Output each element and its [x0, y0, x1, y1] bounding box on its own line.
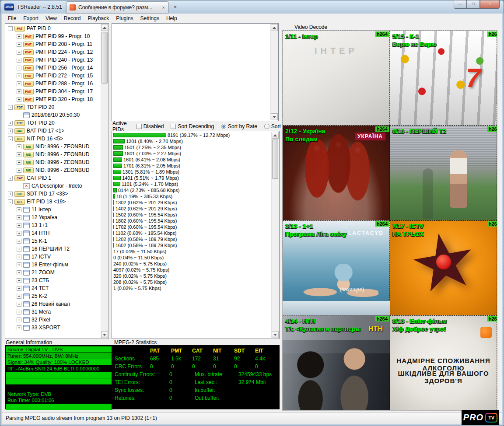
pid-row[interactable]: 8144 (2.73% ~ 885.68 Kbps) [113, 187, 270, 193]
scroll-down-button[interactable] [101, 331, 108, 338]
menu-playback[interactable]: Playback [84, 14, 113, 22]
maximize-button[interactable]: □ [467, 0, 480, 9]
tree-item[interactable]: +32 Pixel [6, 316, 100, 324]
pid-row[interactable]: 1501 (7.25% ~ 2.35 Mbps) [113, 144, 270, 150]
tree-expander-plus-icon[interactable]: + [17, 294, 21, 299]
pid-row[interactable]: 1702 (0.60% ~ 195.54 Kbps) [113, 224, 270, 230]
tree-item[interactable]: ×CA Descriptor - Irdeto [6, 182, 100, 190]
menu-plugins[interactable]: Plugins [112, 14, 136, 22]
pid-row[interactable]: 1601 (6.41% ~ 2.08 Mbps) [113, 157, 270, 163]
tree-item[interactable]: +15 K-1 [6, 237, 100, 245]
tree-expander-plus-icon[interactable]: + [17, 215, 21, 220]
pid-row[interactable]: 1701 (6.31% ~ 2.05 Mbps) [113, 163, 270, 169]
video-thumbnail[interactable]: 3/13 - 1+1Програма Ліга сміхуLACTACYD(за… [283, 220, 390, 315]
tree-item[interactable]: +PMTPMT PID 272 - Progr. 15 [6, 72, 100, 80]
tree-item[interactable]: +PMTPMT PID 304 - Progr. 17 [6, 87, 100, 95]
scroll-down-button[interactable] [272, 331, 279, 338]
tree-expander-plus-icon[interactable]: + [17, 66, 21, 70]
listbox-scrollbar[interactable] [270, 24, 278, 120]
tree-item[interactable]: +33 XSPORT [6, 324, 100, 332]
tree-expander-plus-icon[interactable]: + [17, 223, 21, 228]
tree-expander-plus-icon[interactable]: + [17, 286, 21, 291]
pid-row[interactable]: 1201 (8.40% ~ 2.70 Mbps) [113, 138, 270, 144]
tree-expander-plus-icon[interactable]: + [17, 247, 21, 251]
tree-expander-plus-icon[interactable]: + [17, 97, 21, 102]
tree-item[interactable]: +17 ICTV [6, 253, 100, 261]
tree-item[interactable]: +PMTPMT PID 240 - Progr. 13 [6, 56, 100, 64]
tree-item[interactable]: +NIDNID: 8996 - ZEONBUD [6, 150, 100, 158]
pid-row[interactable]: 1301 (5.81% ~ 1.89 Mbps) [113, 169, 270, 175]
tree-item[interactable]: +23 СТБ [6, 276, 100, 284]
video-thumbnail[interactable]: 4/14 - НТНТ/с <Кулагин и партнерыНТНh264 [283, 315, 390, 410]
tree-expander-plus-icon[interactable]: + [17, 302, 21, 307]
radio-icon[interactable] [264, 124, 270, 129]
tree-item[interactable]: +PMTPMT PID 208 - Progr. 11 [6, 40, 100, 48]
scrollbar-thumb[interactable] [102, 32, 108, 84]
tree-expander-plus-icon[interactable]: + [17, 278, 21, 283]
pid-row[interactable]: 1802 (0.60% ~ 195.54 Kbps) [113, 218, 270, 224]
tree-expander-plus-icon[interactable]: + [17, 81, 21, 86]
pid-row[interactable]: 1401 (5.51% ~ 1.79 Mbps) [113, 175, 270, 181]
scrollbar-track[interactable] [272, 139, 279, 331]
minimize-button[interactable]: — [454, 0, 467, 9]
tree-item[interactable]: -TDTTDT PID 20 [6, 103, 100, 111]
menu-export[interactable]: Export [20, 14, 42, 22]
tab-close-icon[interactable]: × [162, 5, 165, 10]
tree-item[interactable]: +PMTPMT PID 224 - Progr. 12 [6, 48, 100, 56]
pid-list[interactable]: 8191 (39.17% ~ 12.72 Mbps)1201 (8.40% ~ … [112, 131, 280, 339]
close-button[interactable]: × [480, 0, 500, 9]
titlebar[interactable]: DVB TSReader -- 2.8.51 Сообщение в форум… [0, 0, 504, 14]
tree-item[interactable]: +18 Enter-фільм [6, 261, 100, 269]
tree-item[interactable]: +NIDNID: 8996 - ZEONBUD [6, 158, 100, 166]
pid-row[interactable]: 1101 (5.24% ~ 1.70 Mbps) [113, 181, 270, 187]
tree-expander-plus-icon[interactable]: + [17, 50, 21, 55]
tree-expander-plus-icon[interactable]: + [17, 207, 21, 212]
tree-panel[interactable]: -PATPAT PID 0+PMTPMT PID 99 - Progr. 10+… [5, 23, 109, 339]
pid-row[interactable]: 4097 (0.02% ~ 5.75 Kbps) [113, 267, 270, 273]
pid-row[interactable]: 1202 (0.58% ~ 189.79 Kbps) [113, 236, 270, 242]
tree-item[interactable]: +21 ZOOM [6, 269, 100, 276]
tree-item[interactable]: +12 Україна [6, 213, 100, 221]
pid-row[interactable]: 1801 (7.00% ~ 2.27 Mbps) [113, 150, 270, 157]
tree-expander-plus-icon[interactable]: + [17, 89, 21, 94]
menu-record[interactable]: Record [60, 14, 84, 22]
tree-expander-plus-icon[interactable]: + [17, 310, 21, 314]
pid-row[interactable]: 1102 (0.60% ~ 195.54 Kbps) [113, 230, 270, 236]
background-browser-tab[interactable]: Сообщение в форуме? разм... × [66, 1, 168, 13]
pid-row[interactable]: 1602 (0.58% ~ 189.79 Kbps) [113, 242, 270, 248]
tree-item[interactable]: -NITNIT PID 16 <5> [6, 135, 100, 143]
pid-row[interactable]: 240 (0.02% ~ 5.75 Kbps) [113, 261, 270, 267]
tree-item[interactable]: 2018/08/10 20:50:30 [6, 111, 100, 119]
tree-item[interactable]: +NIDNID: 8996 - ZEONBUD [6, 166, 100, 174]
checkbox-icon[interactable] [171, 124, 176, 129]
video-thumbnail[interactable]: 5/15 - К-1Верю не Верю7h264 [390, 31, 497, 126]
tree-expander-minus-icon[interactable]: - [8, 105, 13, 110]
tree-expander-plus-icon[interactable]: + [8, 121, 13, 126]
pid-row[interactable]: 1402 (0.62% ~ 201.29 Kbps) [113, 206, 270, 212]
video-thumbnail[interactable]: 1/11 - ІнтерІНТЕРh264 [283, 31, 390, 126]
tree-item[interactable]: +13 1+1 [6, 221, 100, 229]
tree-expander-plus-icon[interactable]: + [17, 152, 21, 157]
video-thumbnail[interactable]: 6/16 - ПЕРШИЙ Т2h264 [390, 126, 497, 220]
pid-row[interactable]: 0 (0.04% ~ 11.50 Kbps) [113, 255, 270, 261]
tree-item[interactable]: +14 HTH [6, 229, 100, 237]
tree-expander-plus-icon[interactable]: + [17, 231, 21, 236]
tree-expander-plus-icon[interactable]: + [17, 270, 21, 275]
tree-expander-minus-icon[interactable]: - [8, 176, 13, 181]
scroll-down-button[interactable] [271, 113, 278, 120]
tree-item[interactable]: -PATPAT PID 0 [6, 24, 100, 32]
scrollbar-track[interactable] [271, 31, 278, 113]
tree-expander-plus-icon[interactable]: + [17, 325, 21, 330]
tree-expander-plus-icon[interactable]: + [8, 192, 13, 196]
pid-row[interactable]: 1302 (0.62% ~ 201.29 Kbps) [113, 199, 270, 206]
menu-view[interactable]: View [42, 14, 60, 22]
tree-item[interactable]: +PMTPMT PID 256 - Progr. 14 [6, 64, 100, 72]
tree-item[interactable]: +PMTPMT PID 99 - Progr. 10 [6, 32, 100, 40]
tree-item[interactable]: -EITEIT PID 18 <19> [6, 198, 100, 206]
tree-item[interactable]: +PMTPMT PID 320 - Progr. 18 [6, 95, 100, 103]
tree-expander-plus-icon[interactable]: + [17, 42, 21, 47]
tree-item[interactable]: +NIDNID: 8996 - ZEONBUD [6, 143, 100, 150]
scrollbar-track[interactable] [101, 31, 108, 331]
tree-expander-plus-icon[interactable]: + [17, 34, 21, 39]
background-close-icon[interactable]: × [174, 4, 177, 10]
